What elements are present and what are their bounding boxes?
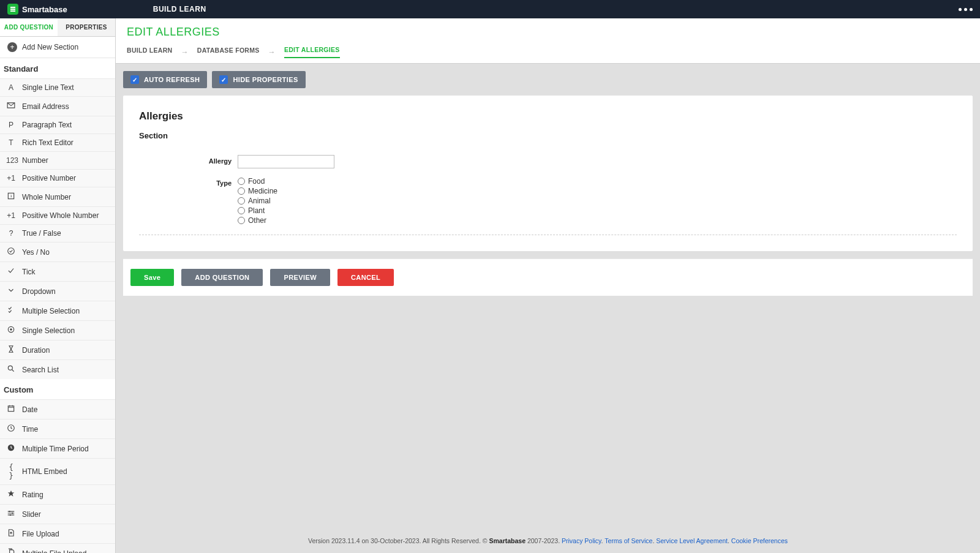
cal-icon — [6, 404, 16, 415]
field-type-yes-no[interactable]: Yes / No — [0, 242, 115, 261]
type-option-plant[interactable]: Plant — [238, 206, 277, 215]
group-standard-title: Standard — [0, 58, 115, 78]
cookies-link[interactable]: Cookie Preferences — [731, 537, 788, 544]
hourglass-icon — [6, 345, 16, 355]
field-type-label: HTML Embed — [22, 467, 67, 476]
mail-icon — [6, 101, 16, 111]
field-type-multiple-selection[interactable]: Multiple Selection — [0, 301, 115, 320]
field-type-label: Time — [22, 425, 38, 434]
chevron-right-icon: → — [181, 48, 188, 56]
page-title: EDIT ALLERGIES — [127, 26, 969, 39]
field-allergy: Allergy — [139, 155, 957, 168]
type-option-medicine[interactable]: Medicine — [238, 187, 277, 195]
more-menu-icon[interactable] — [959, 8, 973, 11]
field-type-label: Multiple Selection — [22, 307, 80, 315]
sliders-icon — [6, 509, 16, 519]
field-type-positive-number[interactable]: +1Positive Number — [0, 169, 115, 187]
field-type-rich-text-editor[interactable]: TRich Text Editor — [0, 134, 115, 151]
add-question-button[interactable]: ADD QUESTION — [181, 269, 263, 286]
crumb-database-forms[interactable]: DATABASE FORMS — [197, 47, 260, 58]
field-type-number[interactable]: 123Number — [0, 151, 115, 169]
field-type-label: Email Address — [22, 102, 69, 111]
save-button[interactable]: Save — [130, 269, 174, 286]
P-icon: P — [6, 121, 16, 129]
field-type-paragraph-text[interactable]: PParagraph Text — [0, 116, 115, 134]
field-type-label: Paragraph Text — [22, 121, 72, 129]
field-type-html-embed[interactable]: { }HTML Embed — [0, 458, 115, 484]
topbar: Smartabase BUILD LEARN — [0, 0, 980, 18]
radio-label: Animal — [248, 197, 271, 205]
svg-point-10 — [12, 513, 13, 514]
tab-add-question[interactable]: ADD QUESTION — [0, 18, 58, 36]
field-type-duration[interactable]: Duration — [0, 340, 115, 359]
svg-point-9 — [9, 511, 10, 512]
privacy-link[interactable]: Privacy Policy — [562, 537, 601, 544]
field-type-single-selection[interactable]: Single Selection — [0, 320, 115, 340]
field-type-label: Dropdown — [22, 287, 56, 296]
radio-input[interactable] — [238, 178, 245, 185]
crumb-build-learn[interactable]: BUILD LEARN — [127, 47, 172, 58]
allergy-label: Allergy — [139, 155, 238, 165]
sidebar: ADD QUESTION PROPERTIES + Add New Sectio… — [0, 18, 116, 553]
chev-icon — [6, 286, 16, 296]
field-type-label: Rich Text Editor — [22, 138, 74, 147]
field-type-time[interactable]: Time — [0, 419, 115, 438]
radio-input[interactable] — [238, 207, 245, 214]
type-option-other[interactable]: Other — [238, 216, 277, 225]
separator — [139, 235, 957, 235]
field-type-email-address[interactable]: Email Address — [0, 96, 115, 116]
field-type: Type FoodMedicineAnimalPlantOther — [139, 177, 957, 225]
type-option-animal[interactable]: Animal — [238, 197, 277, 205]
check-circle-icon — [6, 247, 16, 257]
field-type-slider[interactable]: Slider — [0, 504, 115, 524]
field-type-file-upload[interactable]: File Upload — [0, 524, 115, 543]
field-type-positive-whole-number[interactable]: +1Positive Whole Number — [0, 206, 115, 224]
field-type-single-line-text[interactable]: ASingle Line Text — [0, 78, 115, 96]
brand[interactable]: Smartabase — [7, 4, 67, 15]
field-type-label: Number — [22, 156, 48, 165]
field-type-label: Rating — [22, 491, 43, 499]
hide-properties-toggle[interactable]: ✓ HIDE PROPERTIES — [212, 71, 305, 88]
field-type-search-list[interactable]: Search List — [0, 359, 115, 379]
field-type-label: Whole Number — [22, 193, 71, 201]
field-type-true-false[interactable]: ?True / False — [0, 224, 115, 242]
svg-rect-6 — [8, 406, 13, 412]
auto-refresh-label: AUTO REFRESH — [144, 76, 200, 83]
terms-link[interactable]: Terms of Service — [605, 537, 652, 544]
field-type-tick[interactable]: Tick — [0, 261, 115, 281]
footer-years: 2007-2023. — [527, 537, 562, 544]
check-icon: ✓ — [219, 75, 228, 84]
cancel-button[interactable]: CANCEL — [337, 269, 394, 286]
sla-link[interactable]: Service Level Agreement — [656, 537, 728, 544]
preview-button[interactable]: PREVIEW — [270, 269, 330, 286]
field-type-dropdown[interactable]: Dropdown — [0, 281, 115, 301]
auto-refresh-toggle[interactable]: ✓ AUTO REFRESH — [123, 71, 207, 88]
field-type-label: Positive Number — [22, 174, 76, 182]
radio-input[interactable] — [238, 187, 245, 195]
toolbar: ✓ AUTO REFRESH ✓ HIDE PROPERTIES — [116, 64, 980, 96]
group-custom-title: Custom — [0, 379, 115, 399]
multi-icon — [6, 306, 16, 316]
check-icon: ✓ — [130, 75, 139, 84]
type-label: Type — [139, 177, 238, 187]
field-type-multiple-file-upload[interactable]: Multiple File Upload — [0, 543, 115, 553]
search-icon — [6, 364, 16, 375]
add-new-section[interactable]: + Add New Section — [0, 37, 115, 58]
svg-text:1: 1 — [10, 194, 12, 198]
type-option-food[interactable]: Food — [238, 177, 277, 186]
crumb-edit-allergies[interactable]: EDIT ALLERGIES — [284, 46, 340, 58]
braces-icon: { } — [6, 463, 16, 480]
field-type-whole-number[interactable]: 1Whole Number — [0, 187, 115, 206]
chevron-right-icon: → — [268, 48, 276, 56]
tab-properties[interactable]: PROPERTIES — [58, 18, 115, 36]
field-type-rating[interactable]: Rating — [0, 484, 115, 504]
file-icon — [6, 529, 16, 539]
radio-input[interactable] — [238, 217, 245, 224]
allergy-input[interactable] — [238, 155, 334, 168]
field-type-label: File Upload — [22, 530, 59, 538]
field-type-multiple-time-period[interactable]: Multiple Time Period — [0, 438, 115, 458]
radio-label: Medicine — [248, 187, 277, 195]
radio-input[interactable] — [238, 197, 245, 205]
radio-icon — [6, 325, 16, 336]
field-type-date[interactable]: Date — [0, 399, 115, 419]
